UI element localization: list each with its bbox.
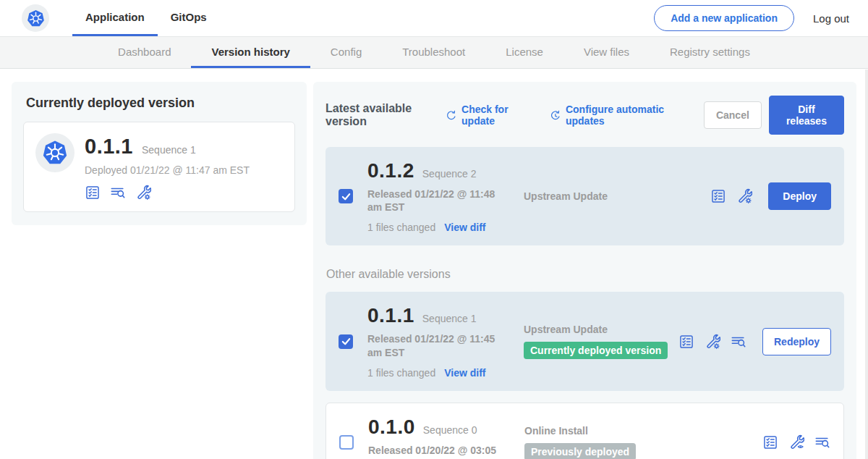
logout-link[interactable]: Log out (813, 12, 849, 25)
tab-troubleshoot[interactable]: Troubleshoot (382, 37, 485, 68)
kubernetes-app-icon (39, 137, 71, 169)
deploy-logs-icon[interactable] (731, 334, 746, 350)
edit-config-icon[interactable] (736, 188, 752, 204)
currently-deployed-badge: Currently deployed version (524, 342, 668, 359)
currently-deployed-heading: Currently deployed version (26, 96, 295, 111)
configure-automatic-updates-label: Configure automatic updates (566, 104, 686, 127)
kubernetes-logo[interactable] (22, 4, 49, 32)
tab-view-files[interactable]: View files (563, 37, 650, 68)
deployed-sequence-label: Sequence 1 (142, 144, 196, 156)
source-label: Online Install (524, 425, 588, 437)
cancel-button[interactable]: Cancel (704, 101, 762, 129)
version-history-panel: Latest available version Check for updat… (313, 82, 856, 459)
tab-dashboard[interactable]: Dashboard (98, 37, 191, 68)
source-label: Upstream Update (524, 190, 608, 202)
preflight-checks-icon[interactable] (762, 434, 778, 450)
released-timestamp: Released 01/20/22 @ 03:05 pm EST (368, 444, 510, 459)
redeploy-button[interactable]: Redeploy (762, 328, 831, 355)
version-number: 0.1.1 (367, 304, 414, 327)
deploy-button[interactable]: Deploy (768, 182, 831, 210)
sequence-label: Sequence 0 (423, 424, 477, 436)
deployed-version-body: 0.1.1 Sequence 1 Deployed 01/21/22 @ 11:… (85, 133, 250, 201)
files-changed-label: 1 files changed (367, 222, 435, 233)
tab-registry-settings[interactable]: Registry settings (650, 37, 770, 68)
released-timestamp: Released 01/21/22 @ 11:48 am EST (367, 188, 509, 214)
top-nav-tabs: Application GitOps (72, 0, 220, 36)
source-label: Upstream Update (524, 324, 608, 335)
version-info: 0.1.2 Sequence 2 Released 01/21/22 @ 11:… (367, 159, 524, 233)
version-source: Online Install Previously deployed (524, 425, 636, 459)
edit-config-icon[interactable] (705, 334, 720, 350)
deployed-version-card: 0.1.1 Sequence 1 Deployed 01/21/22 @ 11:… (23, 122, 295, 212)
top-nav-right: Add a new application Log out (654, 0, 849, 36)
version-info: 0.1.1 Sequence 1 Released 01/21/22 @ 11:… (367, 304, 524, 378)
version-checkbox-0-1-0[interactable] (339, 435, 354, 450)
version-actions: Deploy (710, 182, 831, 210)
deploy-logs-icon[interactable] (110, 185, 126, 201)
version-row-0-1-2: 0.1.2 Sequence 2 Released 01/21/22 @ 11:… (326, 147, 844, 245)
released-timestamp: Released 01/21/22 @ 11:45 am EST (367, 332, 509, 358)
deployed-timestamp: Deployed 01/21/22 @ 11:47 am EST (85, 164, 250, 176)
version-actions (762, 434, 830, 450)
view-config-icon[interactable] (788, 434, 804, 450)
configure-automatic-updates-link[interactable]: Configure automatic updates (550, 104, 686, 127)
tab-application[interactable]: Application (72, 0, 158, 36)
preflight-checks-icon[interactable] (710, 188, 726, 204)
view-diff-link[interactable]: View diff (444, 367, 485, 379)
version-row-0-1-1: 0.1.1 Sequence 1 Released 01/21/22 @ 11:… (326, 292, 844, 390)
view-diff-link[interactable]: View diff (444, 222, 485, 233)
version-checkbox-0-1-1[interactable] (339, 334, 353, 349)
kubernetes-logo-icon (25, 7, 47, 30)
version-row-0-1-0: 0.1.0 Sequence 0 Released 01/20/22 @ 03:… (326, 403, 844, 459)
latest-version-header: Latest available version Check for updat… (326, 96, 844, 135)
version-number: 0.1.2 (367, 159, 414, 182)
deployed-version-number: 0.1.1 (85, 135, 133, 159)
checkmark-icon (340, 190, 352, 203)
latest-version-heading: Latest available version (326, 102, 438, 128)
deploy-logs-icon[interactable] (814, 434, 830, 450)
checkmark-icon (340, 335, 352, 348)
diff-releases-button[interactable]: Diff releases (769, 96, 844, 135)
refresh-icon (446, 109, 456, 122)
version-actions: Redeploy (678, 328, 831, 355)
tab-version-history[interactable]: Version history (191, 37, 310, 68)
check-for-update-link[interactable]: Check for update (446, 104, 532, 127)
tab-license[interactable]: License (485, 37, 563, 68)
version-checkbox-0-1-2[interactable] (339, 189, 353, 203)
version-source: Upstream Update (524, 190, 608, 202)
tab-gitops[interactable]: GitOps (158, 0, 220, 36)
sequence-label: Sequence 1 (422, 313, 477, 324)
schedule-update-icon (550, 109, 561, 122)
sequence-label: Sequence 2 (422, 168, 477, 180)
files-changed-label: 1 files changed (367, 367, 435, 379)
app-icon (35, 133, 75, 172)
add-new-application-button[interactable]: Add a new application (654, 5, 794, 31)
preflight-checks-icon[interactable] (85, 185, 101, 201)
edit-config-icon[interactable] (135, 185, 151, 201)
version-source: Upstream Update Currently deployed versi… (524, 324, 668, 359)
version-number: 0.1.0 (368, 416, 415, 439)
previously-deployed-badge: Previously deployed (524, 443, 636, 459)
top-nav: Application GitOps Add a new application… (0, 0, 868, 36)
app-sub-nav: Dashboard Version history Config Trouble… (0, 36, 868, 69)
other-available-versions-heading: Other available versions (326, 268, 844, 281)
scrollbar-track[interactable] (865, 70, 868, 459)
version-info: 0.1.0 Sequence 0 Released 01/20/22 @ 03:… (368, 416, 524, 459)
main-content: Currently deployed version 0.1.1 Sequenc… (0, 69, 868, 459)
preflight-checks-icon[interactable] (678, 334, 694, 350)
tab-config[interactable]: Config (310, 37, 382, 68)
check-for-update-label: Check for update (461, 104, 532, 127)
currently-deployed-card: Currently deployed version 0.1.1 Sequenc… (12, 82, 307, 225)
